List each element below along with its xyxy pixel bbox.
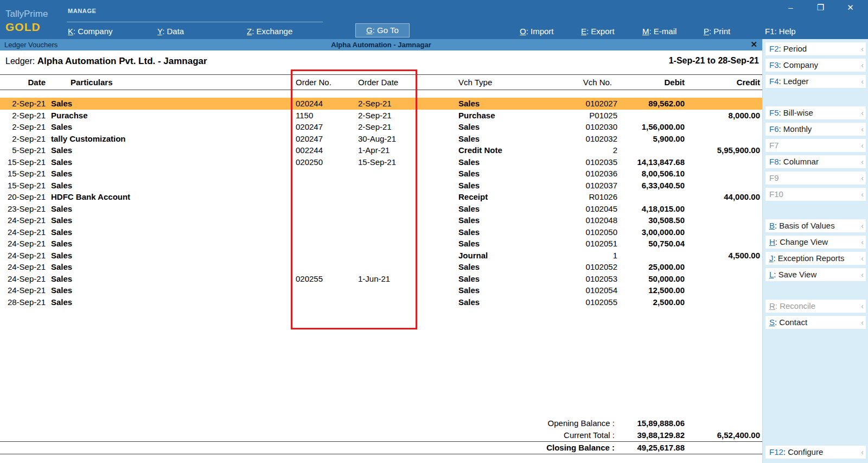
voucher-row[interactable]: 24-Sep-21SalesJournal14,500.00 (0, 250, 762, 262)
goto-button[interactable]: G: Go To (355, 23, 410, 37)
sidebar-button-l-save-view[interactable]: L: Save View‹ (765, 268, 866, 281)
order-no-cell: 020250 (290, 156, 350, 168)
order-no-cell (290, 238, 350, 250)
credit-cell (686, 156, 762, 168)
shortcut-key: K (68, 27, 73, 36)
order-no-cell (290, 296, 350, 308)
vch-type-cell: Sales (458, 214, 548, 226)
column-header-particulars: Particulars (49, 75, 290, 90)
column-header-vch-no: Vch No. (548, 75, 617, 90)
order-date-cell: 2-Sep-21 (350, 110, 418, 122)
sidebar-button-f2-period[interactable]: F2: Period‹ (765, 42, 866, 55)
column-spacer (418, 110, 458, 122)
minimize-icon[interactable]: – (776, 0, 806, 15)
voucher-row[interactable]: 24-Sep-21SalesSales010205412,500.00 (0, 284, 762, 296)
button-sidebar: F2: Period‹F3: Company‹F4: Ledger‹F5: Bi… (762, 39, 868, 463)
voucher-row[interactable]: 2-Sep-21Purachse11502-Sep-21PurchaseP010… (0, 110, 762, 122)
column-spacer (418, 226, 458, 238)
voucher-row[interactable]: 2-Sep-21Sales0202442-Sep-21Sales01020278… (0, 98, 762, 110)
menu-item-help[interactable]: F1: Help (765, 27, 826, 36)
menu-item-label: : E-mail (649, 27, 677, 36)
menu-item-company[interactable]: K: Company (68, 27, 157, 36)
particulars-cell: Purachse (49, 110, 290, 122)
chevron-left-icon: ‹ (861, 174, 864, 182)
shortcut-key: H (769, 237, 775, 246)
voucher-row[interactable]: 15-Sep-21Sales02025015-Sep-21Sales010203… (0, 156, 762, 168)
current-total-label: Current Total : (0, 429, 617, 441)
menu-item-data[interactable]: Y: Data (157, 27, 247, 36)
column-spacer (418, 180, 458, 192)
vch-type-cell: Sales (458, 203, 548, 215)
column-spacer (418, 133, 458, 145)
sidebar-button-f4-ledger[interactable]: F4: Ledger‹ (765, 75, 866, 88)
shortcut-key: F9 (769, 173, 779, 182)
voucher-row[interactable]: 24-Sep-21SalesSales010204830,508.50 (0, 214, 762, 226)
column-spacer (418, 191, 458, 203)
vch-no-cell: 0102051 (548, 238, 617, 250)
sidebar-button-j-exception-reports[interactable]: J: Exception Reports‹ (765, 252, 866, 265)
vch-type-cell: Journal (458, 250, 548, 262)
voucher-row[interactable]: 2-Sep-21Sales0202472-Sep-21Sales01020301… (0, 121, 762, 133)
column-header-order-date: Order Date (350, 75, 418, 90)
sidebar-button-f5-bill-wise[interactable]: F5: Bill-wise‹ (765, 106, 866, 119)
menu-item-print[interactable]: P: Print (704, 27, 765, 36)
order-date-cell: 2-Sep-21 (350, 98, 418, 110)
menu-item-exchange[interactable]: Z: Exchange (247, 27, 336, 36)
sidebar-button-f12-configure[interactable]: F12: Configure‹ (765, 446, 866, 459)
date-cell: 2-Sep-21 (0, 98, 49, 110)
voucher-row[interactable]: 24-Sep-21Sales0202551-Jun-21Sales0102053… (0, 273, 762, 285)
date-cell: 2-Sep-21 (0, 133, 49, 145)
vch-no-cell: 1 (548, 250, 617, 262)
credit-cell (686, 133, 762, 145)
date-cell: 24-Sep-21 (0, 261, 49, 273)
chevron-left-icon: ‹ (861, 302, 864, 310)
vch-type-cell: Sales (458, 296, 548, 308)
voucher-row[interactable]: 2-Sep-21tally Customization02024730-Aug-… (0, 133, 762, 145)
shortcut-key: F3 (769, 60, 779, 69)
sidebar-button-s-contact[interactable]: S: Contact‹ (765, 316, 866, 329)
report-close-icon[interactable]: ✕ (750, 40, 757, 49)
voucher-row[interactable]: 24-Sep-21SalesSales010205225,000.00 (0, 261, 762, 273)
date-cell: 28-Sep-21 (0, 296, 49, 308)
sidebar-button-b-basis-of-values[interactable]: B: Basis of Values‹ (765, 219, 866, 232)
date-cell: 24-Sep-21 (0, 214, 49, 226)
chevron-left-icon: ‹ (861, 125, 864, 134)
shortcut-key: B (769, 221, 775, 230)
voucher-row[interactable]: 20-Sep-21HDFC Bank AccountReceiptR010264… (0, 191, 762, 203)
vch-type-cell: Sales (458, 121, 548, 133)
date-cell: 24-Sep-21 (0, 226, 49, 238)
sidebar-button-f3-company[interactable]: F3: Company‹ (765, 59, 866, 72)
report-titlebar: Ledger Vouchers Alpha Automation - Jamna… (0, 39, 762, 50)
vch-no-cell: 0102052 (548, 261, 617, 273)
maximize-icon[interactable]: ❐ (806, 0, 835, 15)
order-date-cell (350, 226, 418, 238)
debit-cell: 6,33,040.50 (617, 180, 686, 192)
credit-cell: 44,000.00 (686, 191, 762, 203)
order-no-cell: 020247 (290, 133, 350, 145)
sidebar-button-h-change-view[interactable]: H: Change View‹ (765, 236, 866, 249)
shortcut-key: F8 (769, 157, 779, 166)
goto-button-label: : Go To (373, 26, 399, 35)
particulars-cell: Sales (49, 238, 290, 250)
sidebar-button-f8-columnar[interactable]: F8: Columnar‹ (765, 155, 866, 168)
sidebar-button-label: : Columnar (779, 157, 819, 166)
menu-item-import[interactable]: O: Import (520, 27, 581, 36)
voucher-row[interactable]: 28-Sep-21SalesSales01020552,500.00 (0, 296, 762, 308)
chevron-left-icon: ‹ (861, 221, 864, 230)
order-date-cell (350, 168, 418, 180)
voucher-row[interactable]: 15-Sep-21SalesSales01020368,00,506.10 (0, 168, 762, 180)
menu-item-export[interactable]: E: Export (581, 27, 642, 36)
vch-no-cell: P01025 (548, 110, 617, 122)
voucher-row[interactable]: 15-Sep-21SalesSales01020376,33,040.50 (0, 180, 762, 192)
voucher-row[interactable]: 23-Sep-21SalesSales01020454,18,015.00 (0, 203, 762, 215)
sidebar-button-label: : Period (779, 44, 807, 53)
voucher-row[interactable]: 24-Sep-21SalesSales01020503,00,000.00 (0, 226, 762, 238)
order-date-cell (350, 238, 418, 250)
vch-no-cell: 0102027 (548, 98, 617, 110)
chevron-left-icon: ‹ (861, 61, 864, 69)
voucher-row[interactable]: 24-Sep-21SalesSales010205150,750.04 (0, 238, 762, 250)
menu-item-e-mail[interactable]: M: E-mail (642, 27, 704, 36)
voucher-row[interactable]: 5-Sep-21Sales0022441-Apr-21Credit Note25… (0, 144, 762, 156)
close-icon[interactable]: ✕ (835, 0, 865, 15)
sidebar-button-f6-monthly[interactable]: F6: Monthly‹ (765, 123, 866, 136)
